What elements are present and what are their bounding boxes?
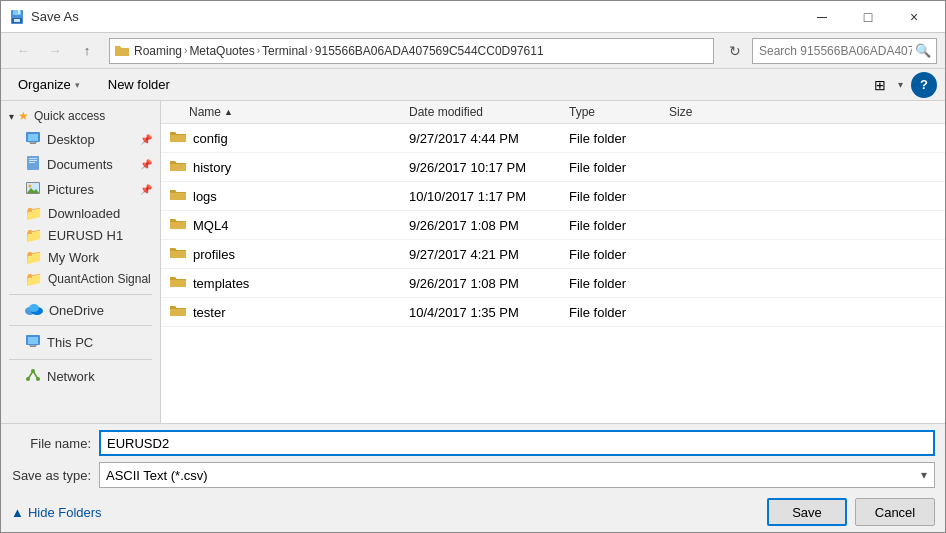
file-type-cell: File folder [569, 305, 669, 320]
back-button[interactable]: ← [9, 37, 37, 65]
file-name-input[interactable] [99, 430, 935, 456]
table-row[interactable]: tester 10/4/2017 1:35 PM File folder [161, 298, 945, 327]
search-wrap: 🔍 [752, 38, 937, 64]
table-row[interactable]: logs 10/10/2017 1:17 PM File folder [161, 182, 945, 211]
sidebar-item-onedrive[interactable]: OneDrive [1, 299, 160, 321]
address-segment-terminal: Terminal [262, 44, 307, 58]
sidebar-item-my-work[interactable]: 📁 My Work [1, 246, 160, 268]
network-label: Network [47, 369, 95, 384]
content-area: ▾ ★ Quick access Desktop 📌 Documents 📌 [1, 101, 945, 423]
file-name-cell: templates [193, 276, 249, 291]
svg-rect-22 [30, 346, 36, 347]
file-date-cell: 9/27/2017 4:44 PM [409, 131, 569, 146]
name-sort-arrow: ▲ [224, 107, 233, 117]
help-button[interactable]: ? [911, 72, 937, 98]
svg-rect-2 [18, 10, 20, 14]
quick-access-header[interactable]: ▾ ★ Quick access [1, 105, 160, 127]
quantaction-label: QuantAction Signal [48, 272, 151, 286]
table-row[interactable]: MQL4 9/26/2017 1:08 PM File folder [161, 211, 945, 240]
cancel-button[interactable]: Cancel [855, 498, 935, 526]
col-size-header[interactable]: Size [669, 105, 749, 119]
sidebar-item-eurusd[interactable]: 📁 EURUSD H1 [1, 224, 160, 246]
thispc-icon [25, 333, 41, 352]
pictures-label: Pictures [47, 182, 94, 197]
onedrive-icon [25, 302, 43, 318]
file-date-cell: 9/26/2017 1:08 PM [409, 276, 569, 291]
desktop-label: Desktop [47, 132, 95, 147]
desktop-pin-icon: 📌 [140, 134, 152, 145]
col-name-header[interactable]: Name ▲ [169, 105, 409, 119]
save-button[interactable]: Save [767, 498, 847, 526]
onedrive-label: OneDrive [49, 303, 104, 318]
svg-line-27 [28, 371, 33, 379]
hide-folders-button[interactable]: ▲ Hide Folders [11, 505, 102, 520]
desktop-icon [25, 130, 41, 149]
save-as-type-row: Save as type: ASCII Text (*.csv)CSV (Com… [11, 462, 935, 488]
address-arrow-1: › [184, 45, 187, 56]
table-row[interactable]: config 9/27/2017 4:44 PM File folder [161, 124, 945, 153]
svg-rect-4 [14, 19, 20, 22]
file-name-label: File name: [11, 436, 91, 451]
folder-icon [169, 128, 187, 148]
view-button[interactable]: ⊞ [866, 72, 894, 98]
save-as-type-select[interactable]: ASCII Text (*.csv)CSV (Comma delimited) … [99, 462, 935, 488]
col-date-header[interactable]: Date modified [409, 105, 569, 119]
sidebar-item-documents[interactable]: Documents 📌 [1, 152, 160, 177]
file-name-cell: logs [193, 189, 217, 204]
svg-rect-7 [30, 143, 36, 144]
forward-button[interactable]: → [41, 37, 69, 65]
title-bar-title: Save As [31, 9, 799, 24]
svg-line-28 [33, 371, 38, 379]
quick-access-chevron: ▾ [9, 111, 14, 122]
up-button[interactable]: ↑ [73, 37, 101, 65]
sidebar-item-downloaded[interactable]: 📁 Downloaded [1, 202, 160, 224]
file-name-cell: profiles [193, 247, 235, 262]
sidebar-item-network[interactable]: Network [1, 364, 160, 389]
new-folder-button[interactable]: New folder [97, 72, 181, 98]
sidebar-item-thispc[interactable]: This PC [1, 330, 160, 355]
close-button[interactable]: × [891, 1, 937, 33]
file-date-cell: 9/27/2017 4:21 PM [409, 247, 569, 262]
address-bar-folder-icon [114, 43, 130, 59]
maximize-button[interactable]: □ [845, 1, 891, 33]
pictures-icon [25, 180, 41, 199]
thispc-label: This PC [47, 335, 93, 350]
documents-label: Documents [47, 157, 113, 172]
svg-rect-6 [28, 134, 38, 141]
title-bar-icon [9, 9, 25, 25]
file-type-cell: File folder [569, 189, 669, 204]
file-name-cell: config [193, 131, 228, 146]
search-input[interactable] [752, 38, 937, 64]
refresh-button[interactable]: ↻ [722, 38, 748, 64]
eurusd-label: EURUSD H1 [48, 228, 123, 243]
search-icon: 🔍 [915, 43, 931, 58]
table-row[interactable]: templates 9/26/2017 1:08 PM File folder [161, 269, 945, 298]
address-segment-id: 915566BA06ADA407569C544CC0D97611 [315, 44, 544, 58]
quick-access-label: Quick access [34, 109, 105, 123]
table-row[interactable]: profiles 9/27/2017 4:21 PM File folder [161, 240, 945, 269]
sidebar-item-desktop[interactable]: Desktop 📌 [1, 127, 160, 152]
navigation-toolbar: ← → ↑ Roaming › MetaQuotes › Terminal › [1, 33, 945, 69]
pictures-pin-icon: 📌 [140, 184, 152, 195]
save-as-type-wrap: ASCII Text (*.csv)CSV (Comma delimited) … [99, 462, 935, 488]
file-date-cell: 10/10/2017 1:17 PM [409, 189, 569, 204]
sidebar-item-quantaction[interactable]: 📁 QuantAction Signal [1, 268, 160, 290]
file-name-cell: tester [193, 305, 226, 320]
documents-icon [25, 155, 41, 174]
sidebar-item-pictures[interactable]: Pictures 📌 [1, 177, 160, 202]
table-row[interactable]: history 9/26/2017 10:17 PM File folder [161, 153, 945, 182]
file-type-cell: File folder [569, 276, 669, 291]
bottom-bar: File name: Save as type: ASCII Text (*.c… [1, 423, 945, 532]
view-icon: ⊞ [874, 77, 886, 93]
file-type-cell: File folder [569, 160, 669, 175]
button-row: ▲ Hide Folders Save Cancel [11, 494, 935, 526]
organize-button[interactable]: Organize ▾ [9, 72, 89, 98]
save-as-dialog: Save As ─ □ × ← → ↑ Roaming › MetaQuotes [0, 0, 946, 533]
new-folder-label: New folder [108, 77, 170, 92]
address-segment-roaming: Roaming [134, 44, 182, 58]
col-type-header[interactable]: Type [569, 105, 669, 119]
address-bar[interactable]: Roaming › MetaQuotes › Terminal › 915566… [109, 38, 714, 64]
folder-icon [169, 302, 187, 322]
organize-label: Organize [18, 77, 71, 92]
minimize-button[interactable]: ─ [799, 1, 845, 33]
